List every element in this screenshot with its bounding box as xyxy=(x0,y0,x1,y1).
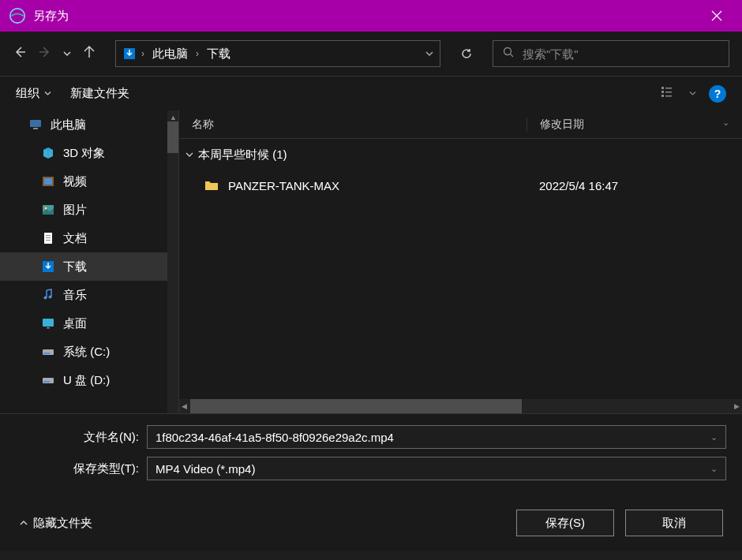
save-button[interactable]: 保存(S) xyxy=(516,510,614,536)
search-icon xyxy=(503,47,515,62)
path-item-pc[interactable]: 此电脑 xyxy=(149,47,191,62)
path-dropdown[interactable] xyxy=(425,47,433,61)
downloads-location-icon xyxy=(122,47,137,61)
forward-button[interactable] xyxy=(38,45,52,62)
filetype-label: 保存类型(T): xyxy=(16,461,139,476)
search-input[interactable] xyxy=(523,47,719,61)
sidebar-item-drive-c[interactable]: 系统 (C:) xyxy=(0,338,178,366)
sidebar-item-3d[interactable]: 3D 对象 xyxy=(0,139,178,167)
sidebar-item-video[interactable]: 视频 xyxy=(0,167,178,196)
group-label: 本周早些时候 (1) xyxy=(198,147,287,162)
chevron-down-icon[interactable] xyxy=(689,90,696,97)
svg-rect-25 xyxy=(43,353,50,354)
chevron-down-icon xyxy=(44,90,51,97)
scroll-arrow-right-icon: ▶ xyxy=(734,402,740,410)
sidebar-item-label: 3D 对象 xyxy=(63,146,105,161)
drive-icon xyxy=(41,373,55,387)
filename-input[interactable] xyxy=(156,431,710,444)
hide-folders-label: 隐藏文件夹 xyxy=(33,516,92,531)
refresh-button[interactable] xyxy=(453,40,480,67)
scroll-arrow-left-icon: ◀ xyxy=(182,402,187,410)
column-name[interactable]: 名称 xyxy=(179,118,527,132)
path-item-downloads[interactable]: 下载 xyxy=(204,47,234,62)
new-folder-button[interactable]: 新建文件夹 xyxy=(70,86,129,101)
sidebar-item-label: 此电脑 xyxy=(51,118,86,133)
svg-point-21 xyxy=(49,296,52,299)
svg-rect-7 xyxy=(665,91,672,93)
svg-rect-8 xyxy=(665,95,672,97)
svg-rect-12 xyxy=(44,178,52,185)
sidebar-item-pc[interactable]: 此电脑 xyxy=(0,110,178,139)
sidebar-item-label: 音乐 xyxy=(63,288,87,303)
sidebar-item-documents[interactable]: 文档 xyxy=(0,224,178,252)
path-separator-icon: › xyxy=(196,48,199,59)
file-name: PANZER-TANK-MAX xyxy=(228,179,339,192)
video-icon xyxy=(41,174,55,189)
organize-label: 组织 xyxy=(16,86,39,101)
filename-label: 文件名(N): xyxy=(16,430,139,445)
file-row[interactable]: PANZER-TANK-MAX 2022/5/4 16:47 xyxy=(179,170,742,200)
main-area: 此电脑 3D 对象 视频 图片 文档 下载 音乐 桌面 xyxy=(0,110,742,413)
svg-rect-4 xyxy=(661,91,664,93)
cancel-button[interactable]: 取消 xyxy=(625,510,723,536)
file-group-header[interactable]: 本周早些时候 (1) xyxy=(179,139,742,170)
view-options-button[interactable] xyxy=(661,86,676,102)
filetype-field[interactable]: MP4 Video (*.mp4) ⌄ xyxy=(147,457,726,480)
hide-folders-button[interactable]: 隐藏文件夹 xyxy=(19,516,92,531)
pictures-icon xyxy=(41,203,55,217)
sidebar-item-music[interactable]: 音乐 xyxy=(0,281,178,309)
new-folder-label: 新建文件夹 xyxy=(70,86,129,101)
documents-icon xyxy=(41,231,55,245)
sidebar-item-label: 系统 (C:) xyxy=(63,345,110,360)
scrollbar-thumb[interactable] xyxy=(167,121,178,153)
scrollbar-thumb[interactable] xyxy=(190,399,522,413)
music-icon xyxy=(41,288,55,302)
svg-rect-23 xyxy=(47,327,50,329)
organize-button[interactable]: 组织 xyxy=(16,86,51,101)
svg-point-20 xyxy=(44,297,47,300)
sidebar-item-pictures[interactable]: 图片 xyxy=(0,196,178,224)
filename-field[interactable]: ⌄ xyxy=(147,425,726,449)
file-scrollbar[interactable]: ◀ ▶ xyxy=(179,399,742,413)
sidebar-item-desktop[interactable]: 桌面 xyxy=(0,309,178,338)
column-headers: 名称 修改日期 ⌄ xyxy=(179,110,742,139)
sidebar-item-label: 图片 xyxy=(63,203,87,218)
sidebar-scrollbar[interactable]: ▲ xyxy=(167,110,178,413)
sidebar-item-drive-d[interactable]: U 盘 (D:) xyxy=(0,366,178,394)
column-modified[interactable]: 修改日期 ⌄ xyxy=(527,118,742,132)
search-box[interactable] xyxy=(493,40,729,67)
desktop-icon xyxy=(41,316,55,330)
form-area: 文件名(N): ⌄ 保存类型(T): MP4 Video (*.mp4) ⌄ xyxy=(0,413,742,495)
sidebar-item-label: 视频 xyxy=(63,174,87,189)
svg-rect-16 xyxy=(46,235,51,236)
toolbar: 组织 新建文件夹 ? xyxy=(0,76,742,110)
scroll-arrow-up-icon: ▲ xyxy=(170,114,177,121)
path-separator-icon: › xyxy=(141,48,144,59)
sidebar-item-downloads[interactable]: 下载 xyxy=(0,252,178,281)
up-button[interactable] xyxy=(82,45,96,62)
downloads-icon xyxy=(41,259,55,274)
help-button[interactable]: ? xyxy=(709,85,726,103)
chevron-down-icon[interactable]: ⌄ xyxy=(710,432,718,442)
sidebar-item-label: 桌面 xyxy=(63,316,87,331)
svg-rect-22 xyxy=(43,319,54,327)
file-list: 名称 修改日期 ⌄ 本周早些时候 (1) PANZER-TANK-MAX 202… xyxy=(178,110,742,413)
pc-icon xyxy=(28,118,43,132)
svg-point-2 xyxy=(504,47,512,54)
footer: 隐藏文件夹 保存(S) 取消 xyxy=(0,495,742,551)
svg-rect-17 xyxy=(46,237,51,238)
sidebar-item-label: U 盘 (D:) xyxy=(63,373,110,388)
drive-icon xyxy=(41,345,55,359)
back-button[interactable] xyxy=(13,45,27,62)
edge-logo-icon xyxy=(9,8,25,24)
filetype-value: MP4 Video (*.mp4) xyxy=(156,462,710,476)
close-button[interactable] xyxy=(701,0,733,32)
sidebar-item-label: 文档 xyxy=(63,231,87,246)
address-bar[interactable]: › 此电脑 › 下载 xyxy=(115,40,440,67)
chevron-down-icon[interactable]: ⌄ xyxy=(710,464,718,474)
window-title: 另存为 xyxy=(33,9,69,24)
nav-bar: › 此电脑 › 下载 xyxy=(0,32,742,76)
recent-dropdown[interactable] xyxy=(63,47,71,61)
svg-rect-10 xyxy=(33,128,38,129)
title-bar: 另存为 xyxy=(0,0,742,32)
